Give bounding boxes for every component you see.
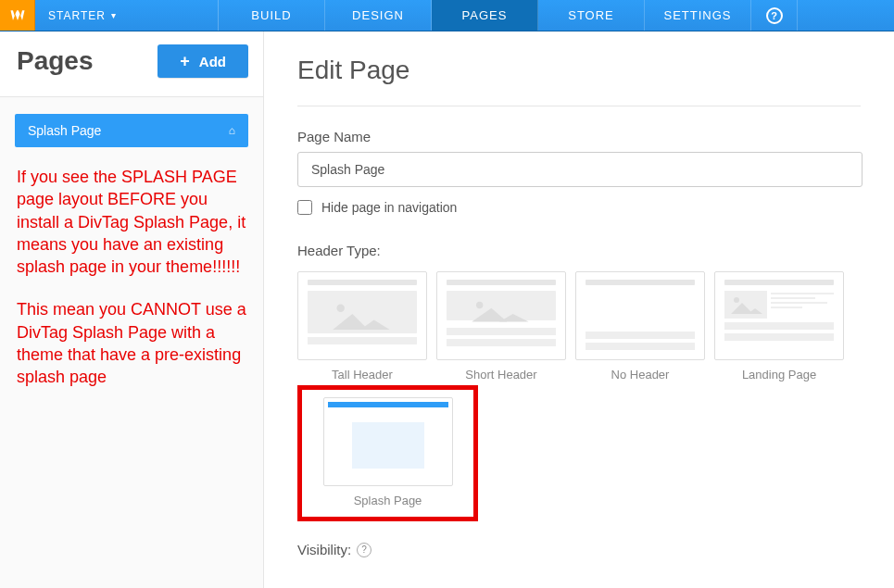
svg-point-0 xyxy=(336,304,344,311)
header-type-options: Tall Header Short Header xyxy=(297,271,861,382)
tab-store[interactable]: STORE xyxy=(538,0,645,31)
hide-nav-row: Hide page in navigation xyxy=(297,200,861,215)
visibility-row: Visibility: ? xyxy=(297,542,861,557)
thumb-label: Short Header xyxy=(465,368,536,382)
chevron-down-icon: ▾ xyxy=(111,10,117,20)
sidebar-title: Pages xyxy=(17,46,94,76)
top-nav: STARTER ▾ BUILD DESIGN PAGES STORE SETTI… xyxy=(0,0,894,31)
svg-point-3 xyxy=(476,302,483,308)
svg-marker-5 xyxy=(499,314,529,321)
weebly-logo-icon xyxy=(8,6,27,25)
hide-nav-checkbox[interactable] xyxy=(297,200,312,215)
svg-marker-4 xyxy=(472,308,507,322)
svg-point-6 xyxy=(734,297,739,303)
content: Edit Page Page Name Hide page in navigat… xyxy=(264,31,894,588)
page-name-input[interactable] xyxy=(297,152,863,187)
divider xyxy=(297,106,861,106)
page-name-label: Page Name xyxy=(297,129,861,144)
header-thumb-none[interactable] xyxy=(575,271,705,360)
splash-highlight: Splash Page xyxy=(297,385,478,521)
thumb-label: Splash Page xyxy=(354,494,422,507)
header-option-landing: Landing Page xyxy=(714,271,844,382)
svg-marker-1 xyxy=(333,314,368,330)
header-option-short: Short Header xyxy=(436,271,566,382)
visibility-label: Visibility: xyxy=(297,542,351,557)
header-option-tall: Tall Header xyxy=(297,271,427,382)
logo[interactable] xyxy=(0,0,35,31)
page-heading: Edit Page xyxy=(297,56,861,85)
svg-marker-2 xyxy=(360,319,390,330)
hide-nav-label: Hide page in navigation xyxy=(321,200,457,215)
sidebar-header: Pages + Add xyxy=(0,31,263,97)
main: Pages + Add Splash Page ⌂ If you see the… xyxy=(0,31,894,588)
annotation: If you see the SPLASH PAGE page layout B… xyxy=(17,166,246,389)
visibility-help-icon[interactable]: ? xyxy=(357,543,371,557)
tab-pages[interactable]: PAGES xyxy=(432,0,538,31)
add-page-button[interactable]: + Add xyxy=(157,44,248,78)
thumb-label: No Header xyxy=(611,368,670,382)
header-type-label: Header Type: xyxy=(297,243,861,258)
help-button[interactable]: ? xyxy=(751,0,798,31)
header-option-none: No Header xyxy=(575,271,705,382)
header-thumb-short[interactable] xyxy=(436,271,566,360)
help-icon: ? xyxy=(766,7,783,24)
thumb-label: Landing Page xyxy=(742,368,816,382)
page-item-label: Splash Page xyxy=(28,123,101,138)
plan-dropdown[interactable]: STARTER ▾ xyxy=(35,0,219,31)
header-thumb-splash[interactable] xyxy=(323,397,453,486)
header-thumb-landing[interactable] xyxy=(714,271,844,360)
plus-icon: + xyxy=(180,53,190,69)
tab-design[interactable]: DESIGN xyxy=(325,0,432,31)
tab-build[interactable]: BUILD xyxy=(219,0,325,31)
sidebar: Pages + Add Splash Page ⌂ If you see the… xyxy=(0,31,264,588)
home-icon: ⌂ xyxy=(229,124,235,137)
thumb-label: Tall Header xyxy=(332,368,393,382)
header-thumb-tall[interactable] xyxy=(297,271,427,360)
plan-label: STARTER xyxy=(48,9,106,22)
sidebar-page-item[interactable]: Splash Page ⌂ xyxy=(15,114,248,147)
tab-settings[interactable]: SETTINGS xyxy=(645,0,751,31)
